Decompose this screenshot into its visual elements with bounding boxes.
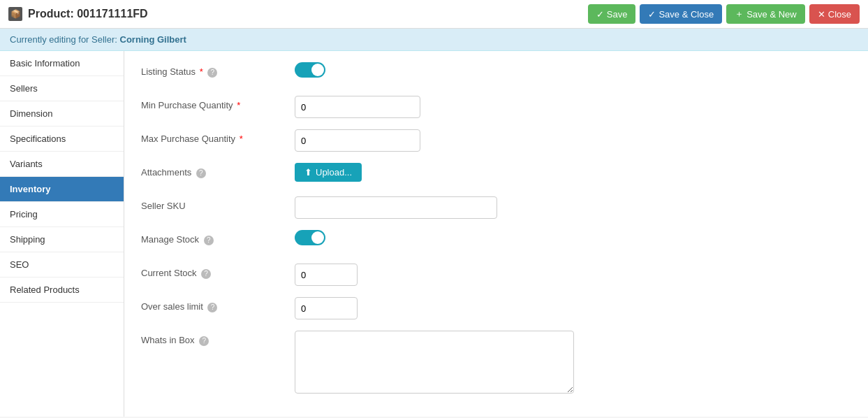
min-purchase-required: *	[237, 100, 240, 110]
sidebar-item-dimension[interactable]: Dimension	[0, 101, 124, 127]
max-purchase-quantity-input[interactable]	[295, 129, 420, 152]
manage-stock-row: Manage Stock ?	[141, 230, 851, 254]
current-stock-help-icon[interactable]: ?	[201, 269, 211, 279]
whats-in-box-help-icon[interactable]: ?	[199, 336, 209, 346]
min-purchase-quantity-label: Min Purchase Quantity *	[141, 96, 295, 110]
listing-status-label: Listing Status * ?	[141, 62, 295, 78]
upload-icon: ⬆	[304, 167, 312, 178]
max-purchase-quantity-row: Max Purchase Quantity *	[141, 129, 851, 153]
min-purchase-quantity-row: Min Purchase Quantity *	[141, 96, 851, 120]
listing-status-toggle[interactable]	[295, 62, 325, 78]
current-stock-input[interactable]	[295, 264, 358, 286]
save-new-plus-icon: ＋	[735, 8, 744, 20]
sidebar-item-inventory[interactable]: Inventory	[0, 177, 124, 202]
save-close-button[interactable]: ✓ Save & Close	[640, 4, 722, 24]
seller-sku-label: Seller SKU	[141, 196, 295, 211]
sidebar: Basic Information Sellers Dimension Spec…	[0, 51, 124, 417]
save-new-button[interactable]: ＋ Save & New	[726, 4, 805, 24]
attachments-row: Attachments ? ⬆ Upload...	[141, 163, 851, 187]
attachments-label: Attachments ?	[141, 163, 295, 178]
attachments-help-icon[interactable]: ?	[196, 168, 206, 178]
save-close-check-icon: ✓	[648, 9, 656, 20]
over-sales-limit-input[interactable]	[295, 297, 358, 319]
listing-status-row: Listing Status * ?	[141, 62, 851, 86]
sidebar-item-shipping[interactable]: Shipping	[0, 227, 124, 252]
seller-name: Corning Gilbert	[120, 34, 186, 45]
sidebar-item-seo[interactable]: SEO	[0, 252, 124, 278]
manage-stock-label: Manage Stock ?	[141, 230, 295, 245]
seller-sku-row: Seller SKU	[141, 196, 851, 220]
header: 📦 Product: 001171111FD ✓ Save ✓ Save & C…	[0, 0, 868, 29]
inventory-form: Listing Status * ? Min Purchase Quantity…	[124, 51, 868, 415]
whats-in-box-row: Whats in Box ?	[141, 331, 851, 394]
over-sales-limit-help-icon[interactable]: ?	[207, 303, 217, 312]
seller-bar: Currently editing for Seller: Corning Gi…	[0, 29, 868, 51]
main-layout: Basic Information Sellers Dimension Spec…	[0, 51, 868, 417]
close-button[interactable]: ✕ Close	[809, 4, 860, 24]
listing-status-help-icon[interactable]: ?	[207, 68, 217, 78]
main-content: Listing Status * ? Min Purchase Quantity…	[124, 51, 868, 417]
sidebar-item-related-products[interactable]: Related Products	[0, 278, 124, 303]
sidebar-item-sellers[interactable]: Sellers	[0, 76, 124, 101]
sidebar-item-pricing[interactable]: Pricing	[0, 202, 124, 227]
whats-in-box-textarea[interactable]	[295, 331, 574, 394]
sidebar-item-basic-information[interactable]: Basic Information	[0, 51, 124, 76]
max-purchase-quantity-label: Max Purchase Quantity *	[141, 129, 295, 144]
close-x-icon: ✕	[818, 9, 825, 20]
over-sales-limit-row: Over sales limit ?	[141, 297, 851, 321]
save-button[interactable]: ✓ Save	[588, 4, 636, 24]
current-stock-row: Current Stock ?	[141, 264, 851, 287]
whats-in-box-label: Whats in Box ?	[141, 331, 295, 346]
manage-stock-toggle[interactable]	[295, 230, 325, 245]
sidebar-item-variants[interactable]: Variants	[0, 152, 124, 177]
upload-button[interactable]: ⬆ Upload...	[295, 163, 362, 182]
listing-status-slider	[295, 62, 325, 78]
header-actions: ✓ Save ✓ Save & Close ＋ Save & New ✕ Clo…	[588, 4, 860, 24]
seller-sku-input[interactable]	[295, 196, 497, 219]
manage-stock-help-icon[interactable]: ?	[204, 236, 214, 245]
listing-status-required: *	[200, 66, 203, 77]
manage-stock-slider	[295, 230, 325, 245]
page-title: 📦 Product: 001171111FD	[8, 7, 148, 21]
save-check-icon: ✓	[596, 9, 604, 20]
over-sales-limit-label: Over sales limit ?	[141, 297, 295, 312]
sidebar-item-specifications[interactable]: Specifications	[0, 127, 124, 152]
min-purchase-quantity-input[interactable]	[295, 96, 420, 118]
product-icon: 📦	[8, 7, 22, 21]
current-stock-label: Current Stock ?	[141, 264, 295, 279]
max-purchase-required: *	[240, 134, 243, 144]
